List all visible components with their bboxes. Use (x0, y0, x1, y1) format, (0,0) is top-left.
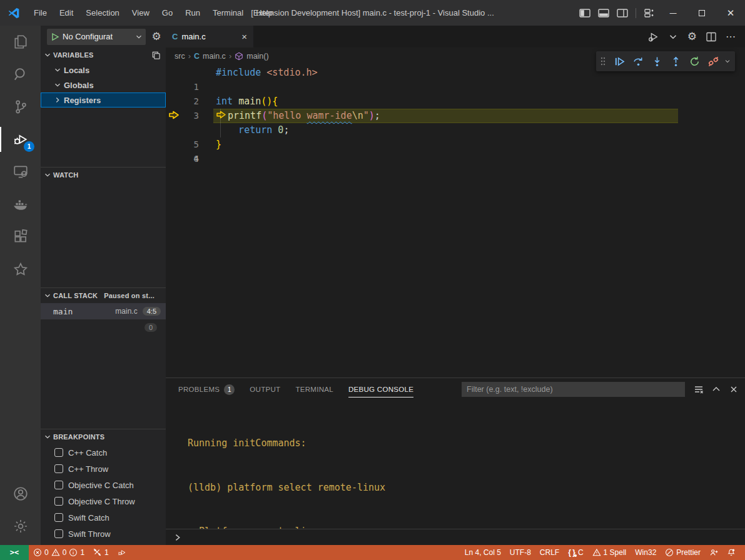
remote-indicator[interactable]: >< (0, 545, 29, 560)
console-filter-input[interactable] (462, 382, 685, 397)
settings-gear-icon[interactable] (0, 510, 41, 542)
menu-file[interactable]: File (28, 5, 53, 21)
account-icon[interactable] (0, 478, 41, 510)
checkbox[interactable] (54, 464, 63, 473)
checkbox[interactable] (54, 481, 63, 489)
docker-icon[interactable] (0, 188, 41, 221)
close-panel-icon[interactable] (729, 384, 739, 394)
split-editor-icon[interactable] (706, 31, 717, 42)
tab-debug-console[interactable]: DEBUG CONSOLE (348, 378, 413, 401)
source-control-icon[interactable] (0, 91, 41, 123)
menu-go[interactable]: Go (156, 5, 179, 21)
breakpoint-objc-throw[interactable]: Objective C Throw (41, 493, 166, 509)
editor-tab-bar: C main.c × ⚙ ⋯ (166, 26, 745, 48)
stack-frame-row[interactable]: main main.c 4:5 (41, 303, 166, 319)
current-frame-arrow-icon[interactable] (168, 111, 180, 121)
tab-problems[interactable]: PROBLEMS1 (178, 378, 235, 401)
editor-gear-icon[interactable]: ⚙ (687, 30, 697, 43)
step-over-button[interactable] (630, 53, 646, 69)
extensions-icon[interactable] (0, 221, 41, 253)
breakpoint-swift-throw[interactable]: Swift Throw (41, 526, 166, 542)
variables-scope-locals[interactable]: Locals (41, 62, 166, 78)
debug-console-input[interactable] (166, 529, 745, 545)
search-icon[interactable] (0, 58, 41, 91)
continue-button[interactable] (611, 53, 627, 69)
formatter-status[interactable]: Prettier (661, 545, 705, 560)
tools-status[interactable]: 1 (89, 545, 113, 560)
step-into-button[interactable] (649, 53, 665, 69)
close-tab-icon[interactable]: × (241, 31, 247, 42)
cursor-position[interactable]: Ln 4, Col 5 (460, 545, 505, 560)
customize-layout-icon[interactable] (640, 4, 659, 22)
maximize-panel-icon[interactable] (711, 384, 721, 394)
code-line-5[interactable]: 5 return 0; (166, 123, 745, 138)
language-mode[interactable]: { }C (564, 545, 587, 560)
debug-status[interactable] (113, 545, 131, 560)
restart-button[interactable] (686, 53, 702, 69)
breadcrumb-file[interactable]: main.c (203, 52, 226, 61)
menu-selection[interactable]: Selection (79, 5, 125, 21)
encoding-indicator[interactable]: UTF-8 (505, 545, 535, 560)
breakpoint-objc-catch[interactable]: Objective C Catch (41, 477, 166, 493)
menu-edit[interactable]: Edit (53, 5, 79, 21)
toggle-secondary-sidebar-icon[interactable] (613, 4, 632, 22)
call-stack-header[interactable]: CALL STACK Paused on st... (41, 288, 166, 303)
spell-checker-status[interactable]: 1 Spell (588, 545, 631, 560)
breadcrumb-folder[interactable]: src (175, 52, 185, 61)
copy-icon[interactable] (151, 51, 161, 60)
variables-header[interactable]: VARIABLES (41, 48, 166, 62)
code-line-6[interactable]: 6 } (166, 138, 745, 152)
disconnect-button[interactable] (705, 53, 721, 69)
menu-run[interactable]: Run (179, 5, 206, 21)
eol-indicator[interactable]: CRLF (535, 545, 564, 560)
code-line-2[interactable]: 2 (166, 80, 745, 94)
variables-scope-registers[interactable]: Registers (41, 92, 166, 108)
debug-session-badge: 1 (24, 141, 34, 152)
braces-icon: { } (568, 548, 575, 557)
open-launch-config-gear-icon[interactable]: ⚙ (150, 30, 163, 43)
tab-main-c[interactable]: C main.c × (166, 26, 253, 48)
minimize-button[interactable]: ─ (659, 0, 687, 26)
menu-terminal[interactable]: Terminal (206, 5, 250, 21)
platform-indicator[interactable]: Win32 (631, 545, 661, 560)
breakpoint-cpp-catch[interactable]: C++ Catch (41, 444, 166, 461)
breakpoint-swift-catch[interactable]: Swift Catch (41, 509, 166, 526)
breadcrumb-symbol[interactable]: main() (246, 52, 268, 61)
checkbox[interactable] (54, 497, 63, 506)
toggle-panel-icon[interactable] (594, 4, 613, 22)
explorer-icon[interactable] (0, 26, 41, 58)
start-debug-icon[interactable] (51, 32, 59, 41)
step-out-button[interactable] (667, 53, 684, 69)
variables-scope-globals[interactable]: Globals (41, 78, 166, 92)
code-line-3[interactable]: 3 int main(){ (166, 94, 745, 109)
close-button[interactable]: ✕ (716, 0, 745, 26)
debug-console-output[interactable]: Running initCommands: (lldb) platform se… (166, 401, 745, 529)
menu-view[interactable]: View (126, 5, 156, 21)
debug-toolbar[interactable] (596, 51, 735, 71)
code-editor[interactable]: 1 #include <stdio.h> 2 3 int main(){ 4 p… (166, 64, 745, 378)
checkbox[interactable] (54, 448, 63, 457)
problems-status[interactable]: 0 0 1 (29, 545, 89, 560)
breakpoint-cpp-throw[interactable]: C++ Throw (41, 461, 166, 477)
chevron-down-icon[interactable] (667, 31, 679, 42)
chevron-down-icon[interactable] (724, 58, 731, 65)
checkbox[interactable] (54, 513, 63, 522)
drag-handle-icon[interactable] (600, 56, 609, 66)
debug-configuration-dropdown[interactable]: No Configurat (47, 29, 146, 45)
code-line-4-current[interactable]: 4 printf("hello wamr-ide\n"); (166, 109, 745, 123)
remote-explorer-icon[interactable] (0, 156, 41, 188)
watch-header[interactable]: WATCH (41, 168, 166, 182)
feedback-icon[interactable] (705, 545, 722, 560)
tab-terminal[interactable]: TERMINAL (295, 378, 333, 401)
run-or-debug-button[interactable] (647, 31, 659, 42)
run-and-debug-icon[interactable]: 1 (0, 123, 41, 156)
toggle-primary-sidebar-icon[interactable] (575, 4, 594, 22)
tab-output[interactable]: OUTPUT (250, 378, 280, 401)
clear-console-icon[interactable] (694, 384, 704, 394)
star-icon[interactable] (0, 253, 41, 286)
notifications-bell-icon[interactable] (722, 545, 740, 560)
checkbox[interactable] (54, 529, 63, 538)
maximize-button[interactable] (687, 0, 716, 26)
breakpoints-header[interactable]: BREAKPOINTS (41, 429, 166, 444)
more-actions-icon[interactable]: ⋯ (726, 31, 736, 42)
